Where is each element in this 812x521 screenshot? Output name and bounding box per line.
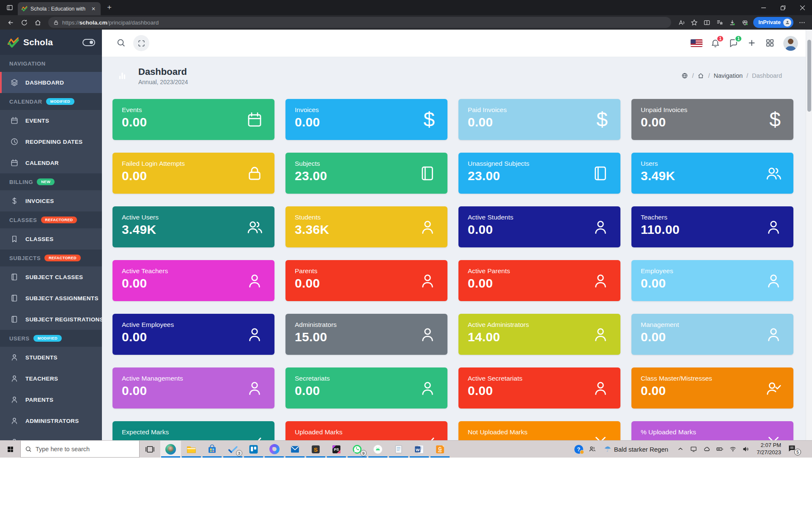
stat-card-unpaid-invoices[interactable]: Unpaid Invoices0.00$	[631, 99, 793, 140]
stat-card-active-users[interactable]: Active Users3.49K	[112, 206, 274, 247]
stat-card-administrators[interactable]: Administrators15.00	[285, 314, 447, 355]
stat-card-failed-login-attempts[interactable]: Failed Login Attempts0.00	[112, 153, 274, 194]
sidebar-item-reopening-dates[interactable]: REOPENING DATES	[0, 131, 102, 152]
tab-actions-icon[interactable]	[4, 2, 15, 13]
sidebar-item-subject-assignments[interactable]: SUBJECT ASSIGNMENTS	[0, 288, 102, 309]
home-icon[interactable]	[31, 16, 44, 28]
taskbar-app-whatsapp-icon[interactable]: 9	[347, 441, 368, 458]
refresh-icon[interactable]	[18, 16, 30, 28]
notifications-bell-icon[interactable]: 1	[710, 38, 721, 48]
favorite-star-icon[interactable]	[688, 16, 700, 28]
stat-card-paid-invoices[interactable]: Paid Invoices0.00$	[458, 99, 620, 140]
display-connect-icon[interactable]	[689, 445, 698, 453]
breadcrumb-navigation[interactable]: Navigation	[714, 72, 743, 79]
apps-grid-icon[interactable]	[765, 38, 775, 48]
stat-card-active-students[interactable]: Active Students0.00	[458, 206, 620, 247]
taskbar-app-android-icon[interactable]	[368, 441, 388, 458]
sidebar-item-calendar[interactable]: CALENDAR	[0, 152, 102, 173]
new-tab-button[interactable]: ＋	[106, 2, 113, 12]
task-view-button[interactable]	[140, 441, 160, 458]
tray-chevron-icon[interactable]	[676, 445, 685, 453]
tab-close-icon[interactable]: ✕	[90, 5, 97, 13]
stat-card-invoices[interactable]: Invoices0.00$	[285, 99, 447, 140]
taskbar-app-trello-icon[interactable]	[243, 441, 264, 458]
taskbar-app-mail-icon[interactable]	[285, 441, 305, 458]
stat-card-users[interactable]: Users3.49K	[631, 153, 793, 194]
sidebar-item-students[interactable]: STUDENTS	[0, 347, 102, 368]
sidebar-item-employees[interactable]: EMPLOYEES	[0, 431, 102, 440]
globe-icon[interactable]	[681, 72, 688, 79]
taskbar-app-sublime-icon[interactable]: S	[305, 441, 326, 458]
stat-card-class-master-mistresses[interactable]: Class Master/Mistresses0.00	[631, 367, 793, 409]
stat-card-management[interactable]: Management0.00	[631, 314, 793, 355]
stat-card-active-secretariats[interactable]: Active Secretariats0.00	[458, 367, 620, 409]
sidebar-item-teachers[interactable]: TEACHERS	[0, 368, 102, 389]
sidebar-item-events[interactable]: EVENTS	[0, 110, 102, 131]
stat-card-uploaded-marks[interactable]: % Uploaded Marks	[631, 421, 793, 440]
stat-card-teachers[interactable]: Teachers110.00	[631, 206, 793, 247]
taskbar-app-phpstorm-icon[interactable]: PS	[326, 441, 347, 458]
search-icon[interactable]	[116, 38, 126, 48]
add-plus-icon[interactable]	[747, 38, 757, 48]
language-us-flag-icon[interactable]	[691, 39, 702, 47]
sidebar-item-administrators[interactable]: ADMINISTRATORS	[0, 410, 102, 431]
back-icon[interactable]	[4, 16, 17, 28]
user-avatar[interactable]	[783, 36, 798, 51]
page-scrollbar[interactable]	[806, 30, 812, 440]
start-button[interactable]	[0, 441, 20, 458]
sidebar-item-classes[interactable]: CLASSES	[0, 228, 102, 250]
taskbar-app-loop-icon[interactable]	[264, 441, 285, 458]
taskbar-app-notepad-icon[interactable]	[388, 441, 409, 458]
stat-card-employees[interactable]: Employees0.00	[631, 260, 793, 301]
people-tray-icon[interactable]	[588, 445, 596, 453]
scrollbar-thumb[interactable]	[807, 40, 811, 112]
stat-card-active-parents[interactable]: Active Parents0.00	[458, 260, 620, 301]
messages-chat-icon[interactable]: 1	[729, 38, 739, 48]
sidebar-item-dashboard[interactable]: DASHBOARD	[0, 72, 102, 93]
browser-essentials-icon[interactable]	[739, 16, 751, 28]
stat-card-secretariats[interactable]: Secretariats0.00	[285, 367, 447, 409]
taskbar-app-edge-icon[interactable]	[160, 441, 181, 458]
stat-card-unassigned-subjects[interactable]: Unassigned Subjects23.00	[458, 153, 620, 194]
stat-card-not-uploaded-marks[interactable]: Not Uploaded Marks	[458, 421, 620, 440]
volume-icon[interactable]	[742, 445, 750, 453]
taskbar-clock[interactable]: 2:07 PM 7/27/2023	[757, 442, 781, 456]
taskbar-app-word-icon[interactable]: W	[409, 441, 430, 458]
wifi-icon[interactable]	[729, 445, 737, 453]
sidebar-item-invoices[interactable]: INVOICES	[0, 190, 102, 211]
collections-icon[interactable]	[713, 16, 725, 28]
sidebar-item-parents[interactable]: PARENTS	[0, 389, 102, 410]
onedrive-cloud-icon[interactable]	[702, 445, 711, 453]
stat-card-uploaded-marks[interactable]: Uploaded Marks	[285, 421, 447, 440]
stat-card-parents[interactable]: Parents0.00	[285, 260, 447, 301]
browser-menu-icon[interactable]	[796, 16, 808, 28]
stat-card-students[interactable]: Students3.36K	[285, 206, 447, 247]
stat-card-subjects[interactable]: Subjects23.00	[285, 153, 447, 194]
window-minimize-button[interactable]	[754, 0, 773, 15]
taskbar-app-explorer-icon[interactable]	[181, 441, 202, 458]
taskbar-search-input[interactable]	[36, 446, 135, 452]
taskbar-app-gpdf-icon[interactable]: GPDF	[430, 441, 450, 458]
stat-card-active-employees[interactable]: Active Employees0.00	[112, 314, 274, 355]
help-icon[interactable]: ?	[574, 445, 583, 454]
read-aloud-icon[interactable]	[675, 16, 687, 28]
weather-widget[interactable]: ☂ Bald starker Regen	[604, 444, 669, 454]
inprivate-badge[interactable]: InPrivate	[753, 17, 793, 28]
stat-card-expected-marks[interactable]: Expected Marks	[112, 421, 274, 440]
fullscreen-icon[interactable]	[133, 35, 149, 51]
split-screen-icon[interactable]	[701, 16, 713, 28]
stat-card-events[interactable]: Events0.00	[112, 99, 274, 140]
sidebar-item-subject-registrations[interactable]: SUBJECT REGISTRATIONS	[0, 309, 102, 330]
stat-card-active-teachers[interactable]: Active Teachers0.00	[112, 260, 274, 301]
battery-icon[interactable]	[716, 445, 724, 453]
window-close-button[interactable]	[793, 0, 812, 15]
window-restore-button[interactable]	[773, 0, 793, 15]
breadcrumb-home-icon[interactable]	[697, 72, 704, 79]
address-bar[interactable]: https://schola.cm/principal/dashboard	[48, 17, 671, 28]
sidebar-toggle[interactable]	[82, 39, 95, 46]
stat-card-active-managements[interactable]: Active Managements0.00	[112, 367, 274, 409]
stat-card-active-administrators[interactable]: Active Administrators14.00	[458, 314, 620, 355]
browser-tab[interactable]: Schola : Education with Ease | Da ✕	[18, 2, 101, 15]
taskbar-search[interactable]	[20, 441, 140, 458]
taskbar-app-todo-icon[interactable]: 3	[222, 441, 243, 458]
